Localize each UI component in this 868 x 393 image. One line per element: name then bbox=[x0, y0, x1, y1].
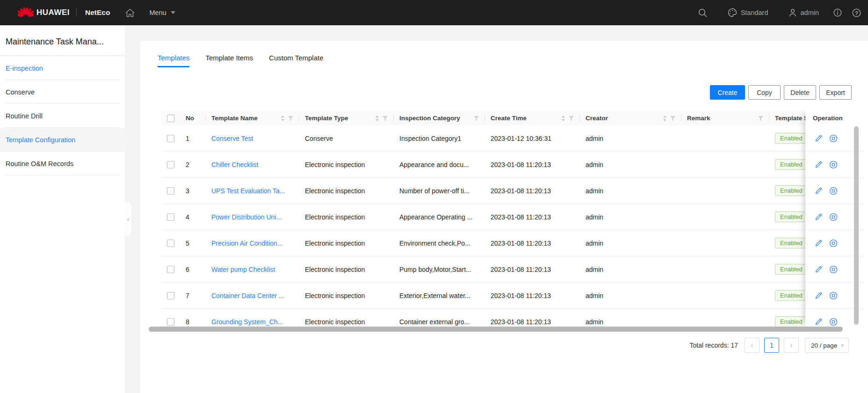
status-badge: Enabled bbox=[775, 159, 805, 170]
table-body: 1 Conserve Test Conserve Inspection Cate… bbox=[161, 125, 864, 327]
edit-icon[interactable] bbox=[815, 134, 823, 142]
export-button[interactable]: Export bbox=[819, 85, 852, 100]
edit-icon[interactable] bbox=[815, 291, 823, 299]
table-row: 8 Grounding System_Ch... Electronic insp… bbox=[161, 309, 864, 327]
column-header[interactable]: Template Name bbox=[206, 111, 299, 125]
vertical-scrollbar[interactable] bbox=[854, 126, 859, 325]
row-checkbox[interactable] bbox=[167, 318, 174, 326]
sidebar-item-template-configuration[interactable]: Template Configuration bbox=[0, 128, 125, 152]
sidebar-collapse-button[interactable]: ‹ bbox=[124, 201, 132, 237]
tab-custom-template[interactable]: Custom Template bbox=[269, 54, 323, 67]
filter-icon[interactable] bbox=[473, 116, 479, 121]
cell-no: 1 bbox=[180, 125, 206, 151]
column-header[interactable]: Creator bbox=[580, 111, 681, 125]
cell-create-time: 2023-01-08 11:20:13 bbox=[485, 152, 580, 177]
tab-templates[interactable]: Templates bbox=[158, 54, 189, 67]
row-checkbox[interactable] bbox=[167, 266, 174, 273]
cell-create-time: 2023-01-08 11:20:13 bbox=[485, 256, 580, 282]
edit-icon[interactable] bbox=[815, 187, 823, 195]
column-header[interactable]: Create Time bbox=[485, 111, 580, 125]
edit-icon[interactable] bbox=[815, 213, 823, 221]
status-badge: Enabled bbox=[775, 238, 805, 248]
column-header[interactable]: Inspection Category bbox=[394, 111, 485, 125]
cell-create-time: 2023-01-08 11:20:13 bbox=[485, 309, 580, 327]
page-number-button[interactable]: 1 bbox=[764, 338, 779, 353]
menu-button[interactable]: Menu bbox=[149, 9, 175, 16]
prev-page-button[interactable]: ‹ bbox=[745, 338, 760, 353]
select-all-checkbox[interactable] bbox=[167, 115, 174, 122]
sidebar-item-e-inspection[interactable]: E-inspection bbox=[0, 56, 125, 80]
disable-icon[interactable] bbox=[829, 239, 838, 247]
template-name-link[interactable]: Precision Air Condition... bbox=[211, 240, 283, 247]
disable-icon[interactable] bbox=[829, 187, 838, 195]
edit-icon[interactable] bbox=[815, 318, 823, 326]
create-button[interactable]: Create bbox=[710, 85, 745, 100]
row-checkbox[interactable] bbox=[167, 187, 174, 195]
filter-icon[interactable] bbox=[758, 116, 764, 121]
sort-icon[interactable] bbox=[663, 115, 667, 122]
cell-template-status: Enabled bbox=[769, 283, 805, 308]
huawei-logo-icon bbox=[18, 7, 34, 19]
edit-icon[interactable] bbox=[815, 239, 823, 247]
cell-template-status: Enabled bbox=[769, 178, 805, 204]
cell-inspection-category: Inspection Category1 bbox=[394, 125, 485, 151]
edit-icon[interactable] bbox=[815, 265, 823, 273]
column-header-label: Creator bbox=[586, 115, 608, 122]
filter-icon[interactable] bbox=[288, 116, 294, 121]
filter-icon[interactable] bbox=[568, 116, 574, 121]
column-header-label: Inspection Category bbox=[399, 115, 460, 122]
sidebar-item-label: Conserve bbox=[6, 88, 35, 96]
cell-remark bbox=[681, 152, 769, 177]
row-checkbox[interactable] bbox=[167, 161, 174, 168]
template-name-link[interactable]: Container Data Center ... bbox=[211, 292, 284, 299]
column-header[interactable]: Template S bbox=[769, 111, 805, 125]
cell-remark bbox=[681, 125, 769, 151]
sidebar-item-label: Routine Drill bbox=[6, 112, 43, 120]
template-name-link[interactable]: Grounding System_Ch... bbox=[211, 318, 283, 326]
delete-button[interactable]: Delete bbox=[784, 85, 816, 100]
disable-icon[interactable] bbox=[829, 213, 838, 221]
disable-icon[interactable] bbox=[829, 291, 838, 300]
help-button[interactable]: ? bbox=[852, 8, 861, 18]
user-menu[interactable]: admin bbox=[788, 8, 819, 17]
status-badge: Enabled bbox=[775, 264, 805, 275]
row-checkbox[interactable] bbox=[167, 292, 174, 299]
column-header[interactable]: Remark bbox=[681, 111, 769, 125]
template-name-link[interactable]: Water pump Checklist bbox=[211, 266, 275, 273]
copy-button[interactable]: Copy bbox=[748, 85, 781, 100]
template-name-link[interactable]: Conserve Test bbox=[211, 135, 253, 142]
horizontal-scrollbar[interactable] bbox=[149, 327, 843, 332]
disable-icon[interactable] bbox=[829, 318, 838, 326]
table-row: 2 Chiller Checklist Electronic inspectio… bbox=[161, 152, 864, 178]
info-button[interactable] bbox=[833, 8, 842, 17]
sort-icon[interactable] bbox=[561, 115, 565, 122]
sort-icon[interactable] bbox=[375, 115, 379, 122]
cell-template-type: Electronic inspection bbox=[299, 152, 394, 177]
edit-icon[interactable] bbox=[815, 160, 823, 168]
row-checkbox[interactable] bbox=[167, 135, 174, 142]
cell-no: 3 bbox=[180, 178, 206, 204]
row-checkbox[interactable] bbox=[167, 213, 174, 221]
template-name-link[interactable]: Chiller Checklist bbox=[211, 161, 258, 168]
template-name-link[interactable]: UPS Test Evaluation Ta... bbox=[211, 187, 285, 195]
search-button[interactable] bbox=[698, 8, 708, 18]
sidebar-item-routine-drill[interactable]: Routine Drill bbox=[0, 104, 125, 128]
column-header[interactable]: No bbox=[180, 111, 206, 125]
sidebar-item-conserve[interactable]: Conserve bbox=[0, 80, 125, 104]
sort-icon[interactable] bbox=[281, 115, 285, 122]
row-checkbox[interactable] bbox=[167, 240, 174, 247]
template-name-link[interactable]: Power Distribution Uni... bbox=[211, 213, 282, 221]
theme-selector[interactable]: Standard bbox=[727, 7, 768, 18]
cell-remark bbox=[681, 178, 769, 204]
page-size-select[interactable]: 20 / page ▾ bbox=[805, 338, 849, 353]
disable-icon[interactable] bbox=[829, 160, 838, 169]
disable-icon[interactable] bbox=[829, 134, 838, 143]
column-header[interactable]: Template Type bbox=[299, 111, 394, 125]
filter-icon[interactable] bbox=[670, 116, 676, 121]
filter-icon[interactable] bbox=[382, 116, 388, 121]
tab-template-items[interactable]: Template Items bbox=[205, 54, 253, 67]
sidebar-item-routine-o-m-records[interactable]: Routine O&M Records bbox=[0, 152, 125, 175]
next-page-button[interactable]: › bbox=[784, 338, 799, 353]
disable-icon[interactable] bbox=[829, 265, 838, 274]
home-button[interactable] bbox=[125, 8, 135, 18]
